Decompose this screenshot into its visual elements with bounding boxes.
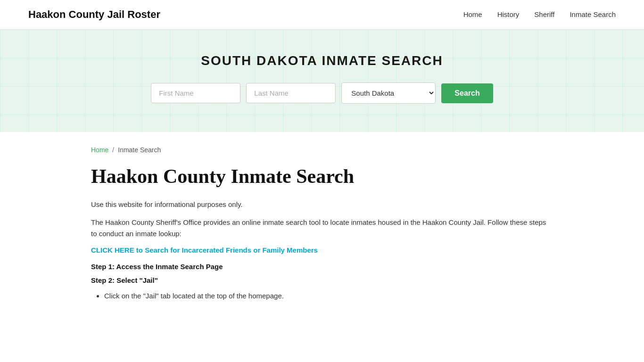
step2-bullet-item: Click on the "Jail" tab located at the t… xyxy=(104,290,553,302)
nav-link-home[interactable]: Home xyxy=(463,10,482,18)
breadcrumb-home[interactable]: Home xyxy=(91,146,108,154)
site-title: Haakon County Jail Roster xyxy=(28,8,160,21)
main-nav: Home History Sheriff Inmate Search xyxy=(463,10,616,19)
state-select[interactable]: AlabamaAlaskaArizonaArkansasCaliforniaCo… xyxy=(341,82,436,104)
main-content: Home / Inmate Search Haakon County Inmat… xyxy=(63,132,581,330)
breadcrumb-separator: / xyxy=(112,146,114,154)
site-header: Haakon County Jail Roster Home History S… xyxy=(0,0,644,30)
nav-link-inmate-search[interactable]: Inmate Search xyxy=(570,10,616,18)
nav-item-home[interactable]: Home xyxy=(463,10,482,19)
breadcrumb-current: Inmate Search xyxy=(118,146,161,154)
step1-heading: Step 1: Access the Inmate Search Page xyxy=(91,263,553,271)
nav-item-sheriff[interactable]: Sheriff xyxy=(534,10,554,19)
search-form: AlabamaAlaskaArizonaArkansasCaliforniaCo… xyxy=(9,82,635,104)
nav-list: Home History Sheriff Inmate Search xyxy=(463,10,616,19)
search-button[interactable]: Search xyxy=(441,83,493,103)
nav-item-history[interactable]: History xyxy=(497,10,520,19)
page-title: Haakon County Inmate Search xyxy=(91,165,553,188)
hero-title: SOUTH DAKOTA INMATE SEARCH xyxy=(9,53,635,68)
intro-para-1: Use this website for informational purpo… xyxy=(91,199,553,210)
nav-item-inmate-search[interactable]: Inmate Search xyxy=(570,10,616,19)
incarcerated-search-link[interactable]: CLICK HERE to Search for Incarcerated Fr… xyxy=(91,246,318,254)
first-name-input[interactable] xyxy=(151,83,240,103)
breadcrumb: Home / Inmate Search xyxy=(91,146,553,154)
hero-banner: SOUTH DAKOTA INMATE SEARCH AlabamaAlaska… xyxy=(0,30,644,132)
step2-list: Click on the "Jail" tab located at the t… xyxy=(104,290,553,302)
nav-link-history[interactable]: History xyxy=(497,10,520,18)
intro-para-2: The Haakon County Sheriff's Office provi… xyxy=(91,217,553,239)
last-name-input[interactable] xyxy=(246,83,336,103)
step2-heading: Step 2: Select "Jail" xyxy=(91,276,553,284)
nav-link-sheriff[interactable]: Sheriff xyxy=(534,10,554,18)
